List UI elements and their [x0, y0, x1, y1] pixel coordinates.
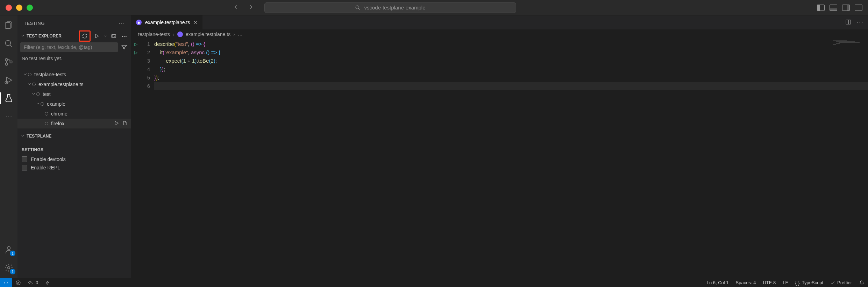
go-to-file-button[interactable] [122, 120, 128, 127]
setting-repl[interactable]: Enable REPL [17, 163, 131, 172]
refresh-tests-button[interactable] [79, 30, 91, 42]
setting-repl-label: Enable REPL [31, 165, 60, 170]
sidebar-title: TESTING ⋯ [17, 15, 131, 31]
minimize-window-button[interactable] [16, 5, 22, 11]
editor-tabs: ◆ example.testplane.ts ✕ ⋯ [131, 15, 868, 29]
tree-root[interactable]: testplane-tests [17, 70, 131, 79]
status-dot-icon [45, 112, 48, 115]
more-views-button[interactable]: ⋯ [3, 111, 15, 122]
svg-point-6 [7, 246, 10, 250]
customize-layout-button[interactable] [855, 5, 862, 11]
explorer-tab[interactable] [3, 20, 15, 31]
cursor-position-text: Ln 6, Col 1 [707, 280, 729, 285]
eol-button[interactable]: LF [779, 278, 791, 287]
close-tab-button[interactable]: ✕ [193, 20, 198, 25]
svg-point-0 [356, 6, 359, 9]
status-dot-icon [45, 122, 48, 125]
breadcrumbs[interactable]: testplane-tests › example.testplane.ts ›… [131, 29, 868, 39]
checkbox-devtools[interactable] [22, 156, 27, 162]
tree-suite[interactable]: test [17, 89, 131, 99]
breadcrumb-trail[interactable]: … [238, 31, 243, 37]
minimap[interactable] [833, 40, 868, 47]
split-editor-button[interactable] [845, 19, 852, 26]
sidebar-more-button[interactable]: ⋯ [119, 20, 125, 27]
indentation-button[interactable]: Spaces: 4 [732, 278, 760, 287]
run-dropdown-button[interactable] [103, 32, 107, 40]
toggle-secondary-sidebar-button[interactable] [842, 5, 850, 11]
test-tree: testplane-tests example.testplane.ts tes… [17, 63, 131, 128]
breadcrumb-separator-icon: › [173, 31, 175, 37]
setting-devtools-label: Enable devtools [31, 156, 66, 162]
code-editor[interactable]: ▷ ▷ 1 2 3 4 5 6 describe("test", () => {… [131, 39, 868, 278]
tree-browser-chrome[interactable]: chrome [17, 109, 131, 119]
tree-browser-label: chrome [51, 111, 67, 117]
source-control-tab[interactable] [3, 56, 15, 68]
breadcrumb-folder[interactable]: testplane-tests [138, 31, 170, 37]
tree-browser-label: firefox [51, 121, 64, 126]
breadcrumb-file[interactable]: example.testplane.ts [186, 31, 230, 37]
code-content[interactable]: describe("test", () => { it("example", a… [154, 39, 868, 278]
run-test-button[interactable] [114, 120, 119, 127]
command-center-search[interactable]: vscode-testplane-example [264, 2, 516, 13]
chevron-down-icon [20, 133, 25, 139]
accounts-button[interactable]: 1 [3, 244, 15, 255]
gutter-run-button[interactable]: ▷ [131, 40, 140, 48]
line-number: 1 [140, 40, 150, 48]
testplane-file-icon [177, 31, 183, 37]
prettier-button[interactable]: Prettier [827, 278, 855, 287]
run-debug-tab[interactable] [3, 74, 15, 86]
checkbox-repl[interactable] [22, 165, 27, 170]
ports-count: 0 [36, 280, 38, 285]
filter-icon[interactable] [120, 43, 128, 51]
editor-more-button[interactable]: ⋯ [857, 19, 863, 26]
setting-devtools[interactable]: Enable devtools [17, 155, 131, 163]
test-explorer-more-button[interactable]: ⋯ [120, 32, 128, 40]
tree-suite-label: test [43, 91, 51, 97]
remote-button[interactable] [0, 278, 12, 287]
maximize-window-button[interactable] [27, 5, 33, 11]
settings-button[interactable]: 1 [3, 262, 15, 274]
errors-warnings-button[interactable] [12, 278, 24, 287]
run-all-tests-button[interactable] [93, 32, 101, 40]
gutter-run-button[interactable]: ▷ [131, 48, 140, 57]
eol-text: LF [783, 280, 788, 285]
search-tab[interactable] [3, 38, 15, 50]
title-bar: vscode-testplane-example [0, 0, 868, 15]
notifications-button[interactable] [855, 278, 868, 287]
nav-forward-button[interactable] [248, 4, 255, 12]
tree-spec[interactable]: example [17, 99, 131, 109]
svg-point-3 [5, 63, 8, 65]
language-mode-button[interactable]: { } TypeScript [791, 278, 827, 287]
encoding-text: UTF-8 [763, 280, 776, 285]
nav-back-button[interactable] [232, 4, 239, 12]
svg-point-4 [10, 61, 12, 63]
editor-area: ◆ example.testplane.ts ✕ ⋯ testplane-tes… [131, 15, 868, 278]
test-explorer-label: TEST EXPLORER [27, 34, 62, 38]
testplane-header[interactable]: TESTPLANE [17, 131, 131, 141]
ports-button[interactable]: 0 [24, 278, 42, 287]
breadcrumb-separator-icon: › [233, 31, 235, 37]
testing-sidebar: TESTING ⋯ TEST EXPLORER [17, 15, 131, 278]
tab-example-testplane[interactable]: ◆ example.testplane.ts ✕ [131, 15, 203, 29]
close-window-button[interactable] [6, 5, 12, 11]
encoding-button[interactable]: UTF-8 [759, 278, 779, 287]
line-number: 5 [140, 74, 150, 82]
cursor-position-button[interactable]: Ln 6, Col 1 [703, 278, 732, 287]
svg-point-2 [5, 58, 8, 61]
test-explorer-header[interactable]: TEST EXPLORER ⋯ [17, 31, 131, 41]
status-dot-icon [28, 73, 31, 76]
status-dot-icon [36, 92, 40, 96]
testing-tab[interactable] [3, 92, 15, 104]
toggle-panel-button[interactable] [830, 5, 837, 11]
show-output-button[interactable] [109, 32, 118, 40]
filter-tests-input[interactable] [20, 42, 118, 52]
toggle-primary-sidebar-button[interactable] [817, 5, 825, 11]
thunder-button[interactable] [42, 278, 54, 287]
tree-root-label: testplane-tests [34, 72, 66, 77]
line-number: 4 [140, 65, 150, 74]
settings-badge: 1 [10, 269, 15, 274]
tree-browser-firefox[interactable]: firefox [17, 119, 131, 128]
tab-label: example.testplane.ts [145, 20, 190, 25]
svg-rect-8 [112, 34, 116, 37]
tree-file[interactable]: example.testplane.ts [17, 79, 131, 89]
